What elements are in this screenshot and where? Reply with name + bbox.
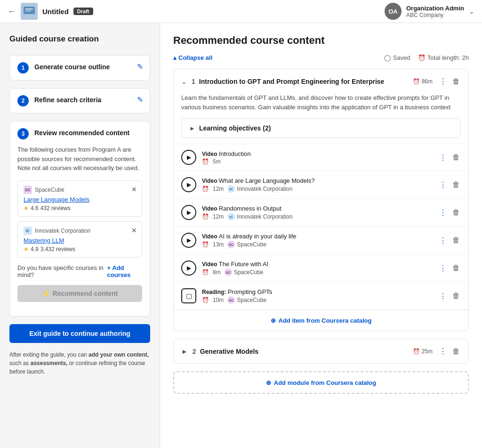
save-icon: ◯ [384,54,391,61]
item-type-3: Video [202,205,219,212]
item-1-reorder-button[interactable]: ⋮ [438,152,448,163]
rating-value-2: 4.9 [31,246,39,253]
add-item-row: ⊕ Add item from Coursera catalog [174,310,468,331]
close-card-2-button[interactable]: ✕ [131,227,137,234]
course-name-2[interactable]: Mastering LLM [24,237,136,244]
course-rating-2: ★ 4.9 3,432 reviews [24,246,136,253]
provider-label-6: SpaceCube [237,297,266,303]
learning-obj-chevron-icon: ► [189,125,195,132]
module-2-reorder-button[interactable]: ⋮ [438,346,448,357]
item-meta-5: ⏰ 8m SC SpaceCube [202,269,433,276]
module-1: ⌄ 1 Introduction to GPT and Prompt Engin… [173,69,469,331]
item-duration-2: 12m [213,186,224,192]
module-2-header[interactable]: ► 2 Generative Models ⏰ 25m ⋮ 🗑 [174,339,468,363]
star-icon: ★ [24,205,29,212]
star-icon-2: ★ [24,246,29,253]
clock-icon: ⏰ [418,54,426,61]
content-item-5: ▶ Video The Future with AI ⏰ 8m SC Space… [174,254,468,282]
step-1: 1 Generate course outline ✎ [9,55,150,81]
add-item-button[interactable]: ⊕ Add item from Coursera catalog [271,317,372,324]
item-3-reorder-button[interactable]: ⋮ [438,207,448,218]
read-icon-6: ▢ [181,288,196,303]
course-name-1[interactable]: Large Language Models [24,196,136,203]
content-item-3: ▶ Video Randomness in Output ⏰ 12m IC In… [174,198,468,226]
org-name: Organization Admin [406,5,464,12]
course-card-spacecube: SC SpaceCube ✕ Large Language Models ★ 4… [17,180,142,217]
item-6-delete-button[interactable]: 🗑 [451,291,461,301]
item-duration-6: 10m [213,297,224,303]
course-card-header-2: IC Innovatek Corporation [24,227,136,235]
add-module-button[interactable]: ⊕ Add module from Coursera catalog [266,379,376,386]
item-meta-2: ⏰ 12m IC Innovatek Corporation [202,185,433,193]
item-actions-6: ⋮ 🗑 [438,291,461,301]
saved-status: ◯ Saved [384,54,410,61]
back-button[interactable]: ← [8,7,16,16]
spacecube-icon: SC [24,186,32,194]
svg-rect-3 [25,10,31,11]
content-title: Recommended course content [173,34,469,47]
item-meta-6: ⏰ 10m SC SpaceCube [202,296,433,304]
item-4-delete-button[interactable]: 🗑 [451,235,461,245]
exit-guide-button[interactable]: Exit guide to continue authoring [9,324,150,343]
item-provider-4: SC SpaceCube [227,241,266,248]
item-5-delete-button[interactable]: 🗑 [451,263,461,273]
item-info-5: Video The Future with AI ⏰ 8m SC SpaceCu… [202,260,433,276]
step-2-label: Refine search criteria [34,95,142,104]
toolbar-right: ◯ Saved ⏰ Total length: 2h [384,54,469,61]
item-2-delete-button[interactable]: 🗑 [451,179,461,190]
item-5-reorder-button[interactable]: ⋮ [438,263,448,274]
item-3-delete-button[interactable]: 🗑 [451,207,461,218]
spacecube-badge-5: SC [225,269,232,276]
item-info-3: Video Randomness in Output ⏰ 12m IC Inno… [202,204,433,220]
content-item-6: ▢ Reading: Prompting GPTs ⏰ 10m SC Space… [174,282,468,310]
clock-icon-6: ⏰ [202,297,209,303]
item-type-4: Video [202,233,219,240]
top-navigation: ← Untitled Draft OA Organization Admin A… [0,0,482,23]
item-actions-5: ⋮ 🗑 [438,263,461,274]
item-type-6: Reading: [202,289,228,295]
spacecube-badge-6: SC [227,296,235,304]
step-2-edit-button[interactable]: ✎ [137,95,143,104]
provider-name-2: Innovatek Corporation [35,228,90,234]
item-title-5: The Future with AI [219,261,269,268]
plus-icon-item: ⊕ [271,317,276,324]
step-3-label: Review recommended content [34,128,142,137]
rating-reviews-2: 3,432 reviews [40,246,75,253]
provider-label-4: SpaceCube [237,241,266,248]
module-1-duration: ⏰ 86m [413,78,433,85]
item-2-reorder-button[interactable]: ⋮ [438,179,448,190]
nav-left: ← Untitled Draft [8,3,93,20]
item-duration-5: 8m [213,269,221,276]
add-courses-button[interactable]: + Add courses [107,264,142,278]
clock-icon-4: ⏰ [202,241,209,248]
spacecube-badge-4: SC [227,241,235,248]
step-3: 3 Review recommended content The followi… [9,121,150,317]
close-card-1-button[interactable]: ✕ [131,186,137,193]
module-2-delete-button[interactable]: 🗑 [451,346,461,357]
org-company: ABC Company [406,12,464,18]
item-actions-4: ⋮ 🗑 [438,235,461,246]
collapse-all-button[interactable]: ▴ Collapse all [173,54,212,61]
item-meta-4: ⏰ 13m SC SpaceCube [202,241,433,248]
learning-objectives-header[interactable]: ► Learning objectives (2) [182,119,460,138]
play-icon-1: ▶ [181,150,196,165]
module-1-header[interactable]: ⌄ 1 Introduction to GPT and Prompt Engin… [174,69,468,93]
module-1-number: 1 [192,78,195,85]
item-info-2: Video What are Large Language Models? ⏰ … [202,177,433,193]
module-1-reorder-button[interactable]: ⋮ [438,76,448,87]
module-1-delete-button[interactable]: 🗑 [451,76,461,87]
step-1-edit-button[interactable]: ✎ [137,62,143,71]
clock-icon-2: ⏰ [202,186,209,192]
learning-objectives-title: Learning objectives (2) [199,124,271,132]
item-6-reorder-button[interactable]: ⋮ [438,291,448,301]
step-1-number: 1 [17,62,29,73]
module-2-number: 2 [193,348,196,355]
recommend-btn-label: Recommend content [53,290,118,297]
item-duration-1: 5m [213,158,221,165]
play-icon-2: ▶ [181,177,196,192]
item-4-reorder-button[interactable]: ⋮ [438,235,448,246]
add-module-label: Add module from Coursera catalog [274,379,376,386]
item-info-1: Video Introduction ⏰ 5m [202,150,433,165]
item-1-delete-button[interactable]: 🗑 [451,152,461,163]
org-menu[interactable]: OA Organization Admin ABC Company ⌄ [385,3,474,20]
